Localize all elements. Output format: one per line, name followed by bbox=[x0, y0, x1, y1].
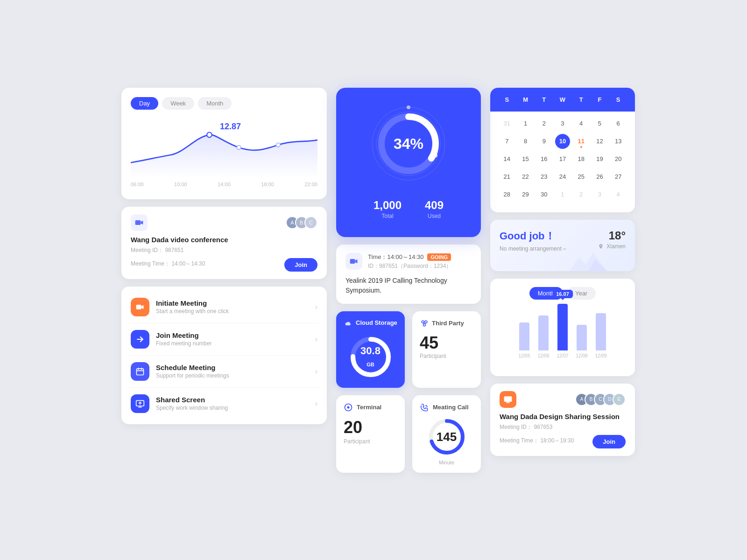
cal-6[interactable]: 6 bbox=[611, 116, 626, 131]
terminal-header: Terminal bbox=[344, 403, 397, 412]
cal-29[interactable]: 29 bbox=[518, 187, 533, 202]
menu-item-initiate[interactable]: Initiate Meeting Start a meeting with on… bbox=[129, 291, 319, 323]
menu-card: Initiate Meeting Start a meeting with on… bbox=[121, 287, 327, 424]
cal-19[interactable]: 19 bbox=[592, 152, 607, 167]
cloud-icon bbox=[344, 319, 352, 327]
cal-3[interactable]: 3 bbox=[555, 116, 570, 131]
meeting-card-header: A B C bbox=[131, 214, 317, 231]
mountain-decoration bbox=[570, 248, 607, 271]
calendar-body: 31 1 2 3 4 5 6 7 8 9 10 11 bbox=[490, 112, 635, 212]
good-job-title: Good job！ bbox=[500, 229, 567, 243]
cal-26[interactable]: 26 bbox=[592, 169, 607, 184]
cal-2-next[interactable]: 2 bbox=[574, 187, 589, 202]
cal-8[interactable]: 8 bbox=[518, 134, 533, 149]
cal-18[interactable]: 18 bbox=[574, 152, 589, 167]
meeting-info-video-icon bbox=[349, 257, 359, 266]
cal-30[interactable]: 30 bbox=[536, 187, 551, 202]
bm-avatar-5: E bbox=[613, 393, 626, 406]
cal-7[interactable]: 7 bbox=[500, 134, 514, 149]
svg-rect-3 bbox=[135, 220, 141, 225]
meeting-id-info: ID：987651（Password：1234） bbox=[368, 262, 451, 270]
tab-month[interactable]: Month bbox=[198, 97, 232, 110]
donut-percent: 34% bbox=[394, 135, 423, 152]
third-party-label: Participant bbox=[420, 353, 473, 359]
terminal-card: Terminal 20 Participant bbox=[336, 395, 405, 473]
terminal-number: 20 bbox=[344, 418, 397, 437]
meeting-footer: Meeting Time： 14:00～14:30 Join bbox=[131, 258, 317, 272]
bar-label-3: 12/08 bbox=[576, 353, 588, 358]
cal-16[interactable]: 16 bbox=[536, 152, 551, 167]
chart-x-labels: 06:00 10:00 14:00 18:00 22:00 bbox=[131, 182, 317, 187]
cal-4[interactable]: 4 bbox=[574, 116, 589, 131]
cal-2[interactable]: 2 bbox=[536, 116, 551, 131]
cal-24[interactable]: 24 bbox=[555, 169, 570, 184]
bottom-row: Cloud Storage 30.8 GB bbox=[336, 311, 481, 473]
join-button-bottom[interactable]: Join bbox=[592, 435, 626, 448]
video-camera-icon bbox=[135, 302, 145, 312]
meeting-call-header: Meating Call bbox=[420, 403, 473, 412]
cal-13[interactable]: 13 bbox=[611, 134, 626, 149]
cal-1[interactable]: 1 bbox=[518, 116, 533, 131]
tab-week[interactable]: Week bbox=[162, 97, 194, 110]
x-label-2: 14:00 bbox=[218, 182, 231, 187]
meeting-id: Meeting ID： 987651 bbox=[131, 246, 317, 254]
cal-27[interactable]: 27 bbox=[611, 169, 626, 184]
cloud-circle: 30.8 GB bbox=[347, 334, 394, 380]
menu-text-schedule: Schedule Meeting Support for periodic me… bbox=[156, 364, 315, 379]
menu-text-initiate: Initiate Meeting Start a meeting with on… bbox=[156, 299, 315, 315]
bottom-meeting-header: A B C D E bbox=[500, 391, 626, 408]
svg-point-22 bbox=[347, 406, 350, 408]
terminal-title: Terminal bbox=[357, 404, 381, 411]
meeting-title: Wang Dada video conference bbox=[131, 236, 317, 244]
bar-2 bbox=[557, 304, 568, 350]
menu-item-shared-screen[interactable]: Shared Screen Specify work window sharin… bbox=[129, 388, 319, 420]
arrow-icon-1: › bbox=[315, 335, 317, 343]
meeting-info-card: Time：14:00～14:30 GOING ID：987651（Passwor… bbox=[336, 245, 481, 304]
cal-1-next[interactable]: 1 bbox=[555, 187, 570, 202]
cal-hdr-s1: S bbox=[498, 94, 516, 105]
cal-25[interactable]: 25 bbox=[574, 169, 589, 184]
menu-text-screen: Shared Screen Specify work window sharin… bbox=[156, 396, 315, 411]
cal-15[interactable]: 15 bbox=[518, 152, 533, 167]
cal-hdr-s2: S bbox=[609, 94, 627, 105]
cal-row-4: 28 29 30 1 2 3 4 bbox=[498, 187, 627, 202]
menu-item-schedule[interactable]: Schedule Meeting Support for periodic me… bbox=[129, 356, 319, 388]
terminal-icon bbox=[344, 403, 353, 412]
cal-31[interactable]: 31 bbox=[500, 116, 514, 131]
bm-footer: Meeting Time： 18:00～19:30 Join bbox=[500, 435, 626, 448]
bar-label-0: 12/05 bbox=[518, 353, 530, 358]
cal-17[interactable]: 17 bbox=[555, 152, 570, 167]
join-button-top[interactable]: Join bbox=[284, 258, 317, 272]
chart-tabs: Day Week Month bbox=[131, 97, 317, 110]
cal-12[interactable]: 12 bbox=[592, 134, 607, 149]
calendar-card: S M T W T F S 31 1 2 3 4 5 6 bbox=[490, 88, 635, 212]
x-label-4: 22:00 bbox=[304, 182, 317, 187]
svg-line-19 bbox=[423, 323, 424, 324]
cal-5[interactable]: 5 bbox=[592, 116, 607, 131]
cal-row-2: 14 15 16 17 18 19 20 bbox=[498, 152, 627, 167]
chart-peak-value: 12.87 bbox=[220, 122, 241, 132]
cal-14[interactable]: 14 bbox=[500, 152, 514, 167]
cal-28[interactable]: 28 bbox=[500, 187, 514, 202]
bar-3 bbox=[577, 325, 587, 350]
bar-1 bbox=[538, 315, 549, 350]
cal-4-next[interactable]: 4 bbox=[611, 187, 626, 202]
cal-9[interactable]: 9 bbox=[536, 134, 551, 149]
cal-row-3: 21 22 23 24 25 26 27 bbox=[498, 169, 627, 184]
good-job-temp: 18° bbox=[598, 229, 626, 242]
tab-day[interactable]: Day bbox=[131, 97, 158, 110]
cal-3-next[interactable]: 3 bbox=[592, 187, 607, 202]
menu-item-join[interactable]: Join Meeting Fixed meeting number › bbox=[129, 323, 319, 356]
cal-10-today[interactable]: 10 bbox=[555, 134, 570, 149]
cal-11[interactable]: 11 bbox=[574, 134, 589, 149]
svg-rect-13 bbox=[350, 259, 355, 264]
cal-22[interactable]: 22 bbox=[518, 169, 533, 184]
cal-20[interactable]: 20 bbox=[611, 152, 626, 167]
x-label-1: 10:00 bbox=[174, 182, 187, 187]
terminal-label: Participant bbox=[344, 438, 397, 445]
svg-rect-4 bbox=[136, 305, 141, 309]
svg-point-2 bbox=[276, 143, 280, 147]
third-party-icon bbox=[420, 319, 429, 328]
cal-23[interactable]: 23 bbox=[536, 169, 551, 184]
cal-21[interactable]: 21 bbox=[500, 169, 514, 184]
